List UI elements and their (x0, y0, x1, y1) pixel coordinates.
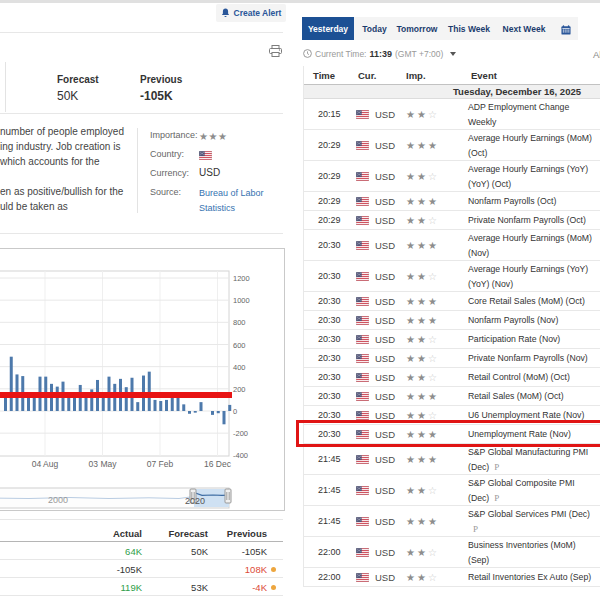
event-currency: USD (375, 349, 395, 367)
event-name[interactable]: Nonfarm Payrolls (Oct) (468, 192, 600, 210)
us-flag-icon (356, 110, 369, 119)
tab-tomorrow[interactable]: Tomorrow (395, 24, 439, 34)
star-filled-icon: ★ (428, 296, 439, 307)
event-row[interactable]: 21:45 USD★★★S&P Global Manufacturing PMI… (304, 444, 600, 475)
us-flag-icon (356, 316, 369, 325)
event-name[interactable]: ADP Employment ChangeWeekly (468, 99, 600, 129)
event-name[interactable]: Average Hourly Earnings (MoM)(Oct) (468, 130, 600, 160)
event-name[interactable]: Retail Inventories Ex Auto (Sep) (468, 568, 600, 586)
hist-actual: -105K (72, 564, 142, 575)
star-filled-icon: ★ (406, 516, 417, 527)
event-row[interactable]: 20:30 USD★★★Nonfarm Payrolls (Nov) (304, 311, 600, 330)
event-importance: ★★☆ (406, 99, 439, 129)
star-filled-icon: ★ (428, 140, 439, 151)
event-name[interactable]: Participation Rate (Nov) (468, 330, 600, 348)
event-time: 20:29 (318, 130, 341, 160)
hist-previous: 108K (197, 564, 267, 575)
event-name[interactable]: Average Hourly Earnings (YoY)(YoY) (Nov) (468, 261, 600, 291)
page: Create Alert Forecast 50K Previous -105K… (0, 0, 600, 600)
tab-today[interactable]: Today (354, 24, 395, 34)
event-row[interactable]: 20:15 USD★★☆ADP Employment ChangeWeekly (304, 99, 600, 130)
event-row[interactable]: 21:45 USD★★★S&P Global Services PMI (Dec… (304, 506, 600, 537)
star-empty-icon: ☆ (428, 485, 439, 496)
annotation-red-line (0, 392, 232, 398)
event-name[interactable]: S&P Global Manufacturing PMI(Dec)P (468, 444, 600, 474)
event-row[interactable]: 20:30 USD★★★Average Hourly Earnings (MoM… (304, 230, 600, 261)
divider (0, 541, 283, 542)
event-name[interactable]: Nonfarm Payrolls (Nov) (468, 311, 600, 329)
star-empty-icon: ☆ (428, 572, 439, 583)
us-flag-icon (356, 392, 369, 401)
star-filled-icon: ★ (406, 240, 417, 251)
us-flag-icon (199, 151, 212, 160)
event-row[interactable]: 20:30 USD★★☆Participation Rate (Nov) (304, 330, 600, 349)
current-time-row[interactable]: Current Time:11:39 (GMT +7:00) (303, 48, 456, 59)
star-filled-icon: ★ (406, 391, 417, 402)
create-alert-button[interactable]: Create Alert (216, 4, 286, 22)
event-row[interactable]: 20:29 USD★★☆Private Nonfarm Payrolls (Oc… (304, 211, 600, 230)
star-empty-icon: ☆ (428, 171, 439, 182)
printer-icon[interactable] (269, 45, 282, 57)
event-row[interactable]: 20:29 USD★★★Average Hourly Earnings (MoM… (304, 130, 600, 161)
svg-text:600: 600 (233, 341, 246, 350)
event-name[interactable]: S&P Global Services PMI (Dec)P (468, 506, 600, 536)
event-importance: ★★☆ (406, 568, 439, 586)
source-link[interactable]: Bureau of Labor Statistics (199, 186, 264, 216)
tab-yesterday[interactable]: Yesterday (302, 17, 354, 40)
star-filled-icon: ★ (417, 391, 428, 402)
star-filled-icon: ★ (417, 215, 428, 226)
event-row[interactable]: 20:30 USD★★★Retail Sales (MoM) (Oct) (304, 387, 600, 406)
event-name[interactable]: Average Hourly Earnings (MoM)(Nov) (468, 230, 600, 260)
event-name[interactable]: S&P Global Composite PMI(Dec)P (468, 475, 600, 505)
star-empty-icon: ☆ (428, 215, 439, 226)
event-time: 20:29 (318, 211, 341, 229)
hist-previous: -105K (197, 546, 267, 557)
event-row[interactable]: 22:00 USD★★☆Retail Inventories Ex Auto (… (304, 568, 600, 587)
event-row[interactable]: 20:30 USD★★☆Average Hourly Earnings (YoY… (304, 261, 600, 292)
col-event: Event (471, 70, 497, 81)
event-name[interactable]: Average Hourly Earnings (YoY)(YoY) (Oct) (468, 161, 600, 191)
event-row[interactable]: 22:00 USD★★☆Business Inventories (MoM)(S… (304, 537, 600, 568)
event-importance: ★★★ (406, 292, 439, 310)
event-name[interactable]: Core Retail Sales (MoM) (Oct) (468, 292, 600, 310)
event-row[interactable]: 20:30 USD★★★Core Retail Sales (MoM) (Oct… (304, 292, 600, 311)
event-importance: ★★☆ (406, 161, 439, 191)
event-name[interactable]: Retail Control (MoM) (Oct) (468, 368, 600, 386)
forecast-label: Forecast (57, 74, 99, 85)
history-chart[interactable]: 120010008006004002000-200-40004 Aug03 Ma… (0, 248, 285, 511)
us-flag-icon (356, 141, 369, 150)
revision-dot-icon (271, 585, 276, 590)
star-filled-icon: ★ (406, 196, 417, 207)
current-time-value: 11:39 (370, 49, 393, 59)
star-filled-icon: ★ (406, 140, 417, 151)
us-flag-icon (356, 241, 369, 250)
previous-value: -105K (140, 89, 173, 103)
event-name[interactable]: Retail Sales (MoM) (Oct) (468, 387, 600, 405)
us-flag-icon (356, 354, 369, 363)
event-name[interactable]: Business Inventories (MoM)(Sep) (468, 537, 600, 567)
star-filled-icon: ★ (208, 131, 217, 142)
star-empty-icon: ☆ (428, 271, 439, 282)
event-time: 20:30 (318, 311, 341, 329)
partial-right-text: Al (593, 49, 600, 60)
star-filled-icon: ★ (417, 516, 428, 527)
tab-this-week[interactable]: This Week (439, 24, 499, 34)
event-currency: USD (375, 475, 395, 505)
event-row[interactable]: 20:29 USD★★★Nonfarm Payrolls (Oct) (304, 192, 600, 211)
currency-label: Currency: (150, 168, 189, 178)
event-name[interactable]: Private Nonfarm Payrolls (Nov) (468, 349, 600, 367)
calendar-icon[interactable] (561, 25, 571, 35)
event-row[interactable]: 20:30 USD★★☆Private Nonfarm Payrolls (No… (304, 349, 600, 368)
calendar-tabs: YesterdayTodayTomorrowThis WeekNext Week (302, 17, 578, 40)
divider (0, 32, 283, 33)
us-flag-icon (356, 517, 369, 526)
col-importance: Imp. (406, 70, 426, 81)
event-row[interactable]: 21:45 USD★★☆S&P Global Composite PMI(Dec… (304, 475, 600, 506)
event-row[interactable]: 20:30 USD★★☆Retail Control (MoM) (Oct) (304, 368, 600, 387)
event-row[interactable]: 20:29 USD★★☆Average Hourly Earnings (YoY… (304, 161, 600, 192)
tab-next-week[interactable]: Next Week (499, 24, 549, 34)
event-name[interactable]: Private Nonfarm Payrolls (Oct) (468, 211, 600, 229)
annotation-red-box (296, 420, 600, 447)
star-filled-icon: ★ (406, 372, 417, 383)
event-importance: ★★★ (406, 311, 439, 329)
